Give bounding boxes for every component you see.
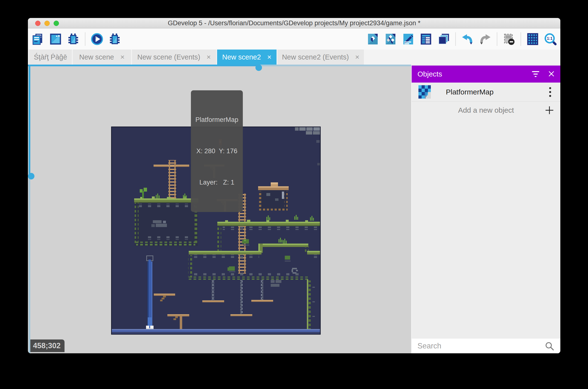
launch-preview-button[interactable] [90, 32, 104, 46]
object-groups-icon [384, 32, 397, 46]
grid-button[interactable] [526, 32, 540, 46]
toolbar-separator [497, 32, 497, 46]
scene-editor-button[interactable] [49, 32, 63, 46]
bug-icon [66, 32, 80, 46]
close-tab-icon[interactable]: × [206, 53, 211, 61]
toolbar: 1:1 [28, 29, 560, 50]
title-bar: GDevelop 5 - /Users/florian/Documents/GD… [28, 18, 560, 29]
toolbar-separator [455, 32, 456, 46]
horizontal-scrollbar[interactable] [28, 65, 411, 66]
search-input[interactable] [418, 342, 544, 350]
properties-panel-button[interactable] [401, 32, 415, 46]
tilemap-thumbnail-icon [419, 85, 431, 98]
svg-text:1:1: 1:1 [547, 36, 552, 40]
tab-start-page[interactable]: Śţàŕţ Ṗàĝē [29, 50, 72, 65]
close-panel-icon[interactable] [548, 70, 555, 78]
redo-button[interactable] [478, 32, 492, 46]
tab-bar: Śţàŕţ Ṗàĝē New scene × New scene (Events… [28, 50, 560, 65]
vertical-scrollbar-handle[interactable] [28, 173, 34, 179]
tab-label: New scene2 (Events) [282, 53, 349, 61]
toolbar-separator [85, 32, 85, 46]
tab-new-scene2[interactable]: New scene2 × [217, 50, 277, 65]
gdevelop-window: GDevelop 5 - /Users/florian/Documents/GD… [28, 18, 560, 353]
minimize-window-button[interactable] [44, 21, 50, 26]
tooltip-layer: Layer: Z: 1 [193, 177, 240, 188]
play-icon [90, 32, 104, 46]
tab-new-scene-events[interactable]: New scene (Events) × [132, 50, 216, 65]
bug-icon [108, 32, 121, 46]
undo-icon [461, 32, 474, 46]
toolbar-right-group: 1:1 [366, 32, 558, 46]
layers-editor-button[interactable] [437, 32, 451, 46]
object-list-item-platformermap[interactable]: PlatformerMap [412, 83, 560, 101]
add-object-row[interactable]: Add a new object [412, 101, 560, 119]
project-manager-button[interactable] [31, 32, 45, 46]
vertical-scrollbar-fill [29, 65, 30, 176]
horizontal-scrollbar-fill [28, 65, 259, 66]
tab-label: New scene [79, 53, 114, 61]
scene-editor-canvas[interactable]: PlatformerMap X: 280 Y: 176 Layer: Z: 1 … [28, 65, 411, 353]
traffic-lights [35, 18, 59, 29]
search-icon[interactable] [544, 341, 555, 351]
close-tab-icon[interactable]: × [267, 53, 272, 61]
tab-label: New scene2 [222, 53, 261, 61]
objects-search-bar [412, 338, 560, 353]
plus-icon[interactable] [545, 106, 554, 115]
close-tab-icon[interactable]: × [120, 53, 125, 61]
zoom-window-button[interactable] [54, 21, 59, 26]
cursor-coordinates-badge: 458;302 [29, 339, 64, 352]
redo-icon [478, 32, 492, 46]
close-tab-icon[interactable]: × [355, 53, 360, 61]
layers-icon [437, 32, 450, 46]
scene-window-icon [49, 32, 62, 46]
toolbar-left-group [31, 32, 122, 46]
window-title: GDevelop 5 - /Users/florian/Documents/GD… [28, 18, 560, 29]
object-menu-kebab-icon[interactable] [549, 87, 551, 97]
tab-label: Śţàŕţ Ṗàĝē [34, 53, 67, 61]
mask-instances-button[interactable] [502, 32, 516, 46]
tab-new-scene[interactable]: New scene × [73, 50, 131, 65]
objects-editor-button[interactable] [366, 32, 380, 46]
grid-icon [526, 32, 539, 46]
filter-icon[interactable] [531, 71, 540, 77]
objects-panel-body [412, 119, 560, 338]
instance-tooltip: PlatformerMap X: 280 Y: 176 Layer: Z: 1 [191, 90, 243, 212]
screen: GDevelop 5 - /Users/florian/Documents/GD… [0, 0, 588, 389]
tab-label: New scene (Events) [137, 53, 200, 61]
zoom-1-1-icon: 1:1 [544, 32, 557, 46]
vertical-scrollbar[interactable] [29, 65, 30, 353]
close-window-button[interactable] [35, 21, 40, 26]
tab-new-scene2-events[interactable]: New scene2 (Events) × [278, 50, 364, 65]
edit-properties-icon [401, 32, 415, 46]
add-object-label: Add a new object [412, 106, 560, 114]
tooltip-position: X: 280 Y: 176 [193, 146, 240, 156]
instances-list-icon [419, 32, 433, 46]
launch-debug-button[interactable] [108, 32, 122, 46]
mask-selection-icon [502, 32, 516, 46]
tooltip-object-name: PlatformerMap [193, 115, 240, 125]
objects-editor-icon [366, 32, 380, 46]
objects-panel-title: Objects [418, 70, 531, 78]
undo-button[interactable] [460, 32, 475, 46]
zoom-original-button[interactable]: 1:1 [543, 32, 558, 46]
objects-panel-header: Objects [412, 65, 560, 83]
instances-list-button[interactable] [419, 32, 433, 46]
project-manager-icon [31, 32, 45, 46]
object-name: PlatformerMap [446, 88, 549, 96]
object-groups-editor-button[interactable] [384, 32, 398, 46]
horizontal-scrollbar-handle[interactable] [255, 65, 262, 71]
debugger-button[interactable] [66, 32, 80, 46]
objects-panel: Objects [412, 65, 560, 353]
main-area: PlatformerMap X: 280 Y: 176 Layer: Z: 1 … [28, 65, 560, 353]
toolbar-separator [521, 32, 521, 46]
